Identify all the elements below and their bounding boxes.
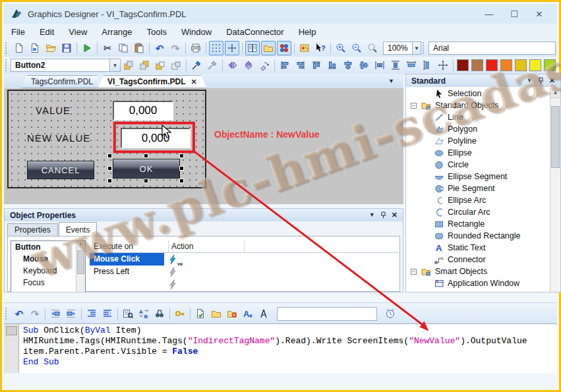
event-source-mouse[interactable]: Mouse [11, 253, 85, 265]
selection-handle[interactable] [179, 154, 184, 158]
event-row-mouse-click[interactable]: Mouse ClickVB [90, 253, 398, 266]
palette-item-polygon[interactable]: Polygon [406, 123, 550, 135]
palette-item-standard-objects[interactable]: −Standard Objects [406, 99, 550, 111]
font-name-select[interactable]: Arial [428, 42, 556, 55]
swap-ab-icon[interactable]: AB [136, 306, 151, 321]
drawing-canvas[interactable]: VALUE 0,000 NEW VALUE 0,000 CANCEL OK Ob… [4, 88, 403, 204]
open-icon[interactable] [44, 41, 58, 55]
flip-v-icon[interactable] [241, 58, 256, 72]
palette-item-circle[interactable]: Circle [406, 159, 550, 171]
panel-menu-chevron-icon[interactable]: ▼ [527, 78, 533, 84]
align-bottom-icon[interactable] [325, 58, 340, 72]
tab-tagsconfirm[interactable]: TagsConfirm.PDL [21, 75, 103, 88]
palette-item-ellipse-segment[interactable]: Ellipse Segment [406, 171, 550, 182]
scroll-up-icon[interactable]: ▲ [550, 88, 560, 98]
center-v-icon[interactable] [341, 58, 355, 72]
event-source-focus[interactable]: Focus [11, 277, 85, 289]
caliper-icon[interactable] [256, 306, 271, 321]
tab-list-chevron-icon[interactable]: ▼ [388, 78, 394, 84]
folder-yellow-icon[interactable] [209, 306, 223, 321]
tab-vi-tagsconfirm[interactable]: VI_TagsConfirm.PDL ✕ [98, 75, 207, 88]
tree-expander-icon[interactable]: − [411, 269, 417, 275]
palette-item-pie-segment[interactable]: Pie Segment [406, 182, 550, 194]
tab-events[interactable]: Events [59, 222, 98, 236]
palette-icon[interactable] [277, 41, 291, 55]
same-width-icon[interactable] [404, 58, 419, 72]
group-3-icon[interactable] [153, 58, 167, 72]
new-file-icon[interactable] [12, 41, 26, 55]
find-doc-icon[interactable] [152, 306, 167, 321]
print-icon[interactable] [189, 41, 203, 55]
palette-item-line[interactable]: Line [406, 111, 550, 123]
selection-handle[interactable] [107, 154, 112, 158]
selection-handle[interactable] [144, 154, 148, 158]
center-h-icon[interactable] [357, 58, 371, 72]
indent-right-icon[interactable] [48, 306, 63, 321]
cancel-button[interactable]: CANCEL [27, 161, 94, 179]
zoom-out-icon[interactable] [349, 41, 364, 55]
palette-item-circular-arc[interactable]: Circular Arc [406, 206, 550, 218]
menu-view[interactable]: View [61, 27, 94, 37]
zoom-level-select[interactable]: 100% ▼ [383, 42, 421, 55]
folder-lib-icon[interactable] [261, 41, 276, 55]
minimize-icon[interactable]: — [477, 4, 502, 24]
align-right-icon[interactable] [293, 58, 308, 72]
same-height-icon[interactable] [420, 58, 434, 72]
event-row-press-left[interactable]: Press Left [90, 266, 398, 278]
redo-icon[interactable]: ↷ [28, 306, 42, 321]
key-icon[interactable] [173, 306, 187, 321]
script-editor[interactable]: Sub OnClick(ByVal Item)HMIRuntime.Tags(H… [4, 323, 557, 373]
outdent-block-icon[interactable] [100, 306, 115, 321]
menu-edit[interactable]: Edit [32, 27, 61, 37]
folder-add-icon[interactable] [225, 306, 239, 321]
selection-handle[interactable] [107, 179, 112, 183]
color-swatch[interactable] [500, 59, 512, 71]
palette-item-static-text[interactable]: AStatic Text [406, 242, 550, 254]
cut-icon[interactable]: ✂ [100, 41, 115, 55]
script-action-icon[interactable] [168, 279, 181, 290]
close-icon[interactable]: ✕ [527, 4, 552, 24]
space-v-icon[interactable] [388, 58, 403, 72]
event-source-list[interactable]: ButtonMouseKeyboardFocus▲ [11, 240, 86, 293]
palette-item-application-window[interactable]: Application Window [406, 277, 550, 289]
library-icon[interactable] [245, 41, 260, 55]
color-swatch[interactable] [544, 59, 556, 71]
pin-icon[interactable] [380, 211, 386, 219]
color-swatch[interactable] [486, 59, 498, 71]
ok-button[interactable]: OK [113, 159, 180, 179]
maximize-icon[interactable]: ☐ [502, 4, 527, 24]
new-template-icon[interactable] [28, 41, 42, 55]
font-tool-icon[interactable]: A [241, 306, 255, 321]
menu-window[interactable]: Window [174, 27, 219, 37]
toolbar-grip[interactable] [5, 59, 9, 71]
script-search-input[interactable] [277, 307, 377, 321]
color-swatch[interactable] [471, 59, 483, 71]
snap-icon[interactable] [225, 41, 239, 55]
scrollbar[interactable]: ▲ [550, 88, 560, 292]
space-h-icon[interactable] [372, 58, 387, 72]
selection-handle[interactable] [107, 166, 112, 171]
object-properties-header[interactable]: Object Properties ▼ ✕ [5, 209, 403, 221]
color-swatch[interactable] [457, 59, 469, 71]
toolbar-grip[interactable] [5, 42, 10, 54]
group-4-icon[interactable] [169, 58, 183, 72]
rotate-icon[interactable] [257, 58, 272, 72]
panel-close-icon[interactable]: ✕ [549, 76, 555, 85]
grid-icon[interactable] [209, 41, 223, 55]
menu-help[interactable]: Help [291, 27, 324, 37]
zoom-in-icon[interactable] [334, 41, 348, 55]
vb-script-action-icon[interactable]: VB [168, 254, 181, 265]
redo-icon[interactable]: ↷ [168, 41, 183, 55]
timer-clock-icon[interactable] [383, 306, 398, 321]
script-check-icon[interactable] [193, 306, 208, 321]
group-2-icon[interactable] [137, 58, 152, 72]
selection-handle[interactable] [144, 179, 148, 183]
copy-icon[interactable] [116, 41, 131, 55]
flip-h-icon[interactable] [225, 58, 240, 72]
fit-icon[interactable] [436, 58, 450, 72]
selection-handle[interactable] [179, 166, 184, 171]
value-io-field[interactable]: 0,000 [113, 101, 173, 121]
selection-handle[interactable] [179, 179, 184, 183]
panel-menu-chevron-icon[interactable]: ▼ [369, 212, 375, 218]
menu-tools[interactable]: Tools [140, 27, 174, 37]
